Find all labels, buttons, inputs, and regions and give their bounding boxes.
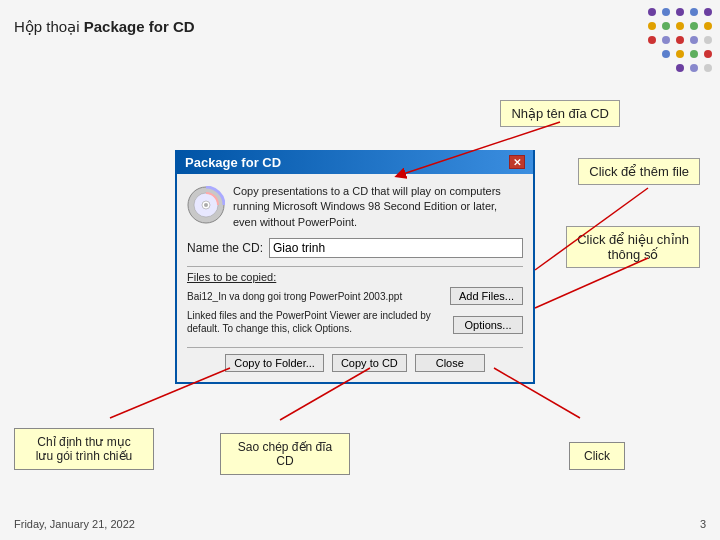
tooltip-add-file: Click để thêm file (578, 158, 700, 185)
dialog-top-section: Copy presentations to a CD that will pla… (187, 184, 523, 230)
package-for-cd-dialog: Package for CD ✕ Copy presentations to a… (175, 150, 535, 384)
svg-point-0 (648, 8, 656, 16)
title-plain: Hộp thoại (14, 18, 84, 35)
svg-point-10 (648, 36, 656, 44)
svg-point-13 (690, 36, 698, 44)
linked-files-row: Linked files and the PowerPoint Viewer a… (187, 309, 523, 341)
add-files-button[interactable]: Add Files... (450, 287, 523, 305)
svg-point-1 (662, 8, 670, 16)
footer-page: 3 (700, 518, 706, 530)
options-button[interactable]: Options... (453, 316, 523, 334)
svg-point-3 (690, 8, 698, 16)
bottom-label-folder: Chỉ định thư mụclưu gói trình chiếu (14, 428, 154, 470)
copy-to-folder-button[interactable]: Copy to Folder... (225, 354, 324, 372)
svg-point-18 (704, 50, 712, 58)
file-row: Bai12_In va dong goi trong PowerPoint 20… (187, 287, 523, 305)
dialog-titlebar: Package for CD ✕ (177, 150, 533, 174)
dialog-bottom-row: Copy to Folder... Copy to CD Close (187, 347, 523, 372)
linked-files-text: Linked files and the PowerPoint Viewer a… (187, 309, 447, 335)
svg-point-7 (676, 22, 684, 30)
svg-point-20 (690, 64, 698, 72)
page-title: Hộp thoại Package for CD (14, 18, 195, 36)
files-label: Files to be copied: (187, 271, 523, 283)
svg-point-8 (690, 22, 698, 30)
cd-icon (187, 186, 225, 224)
title-bold: Package for CD (84, 18, 195, 35)
bottom-label-copy-cd: Sao chép đến đĩaCD (220, 433, 350, 475)
svg-point-15 (662, 50, 670, 58)
cd-name-label: Name the CD: (187, 241, 263, 255)
svg-point-11 (662, 36, 670, 44)
footer-date: Friday, January 21, 2022 (14, 518, 135, 530)
dialog-body: Copy presentations to a CD that will pla… (177, 174, 533, 382)
svg-point-14 (704, 36, 712, 44)
svg-point-2 (676, 8, 684, 16)
file-name: Bai12_In va dong goi trong PowerPoint 20… (187, 291, 450, 302)
svg-point-12 (676, 36, 684, 44)
svg-point-17 (690, 50, 698, 58)
copy-to-cd-button[interactable]: Copy to CD (332, 354, 407, 372)
decorative-dots (640, 0, 720, 80)
close-button[interactable]: Close (415, 354, 485, 372)
dialog-title: Package for CD (185, 155, 281, 170)
svg-point-21 (704, 64, 712, 72)
footer: Friday, January 21, 2022 3 (14, 518, 706, 530)
bottom-label-click: Click (569, 442, 625, 470)
svg-point-16 (676, 50, 684, 58)
dialog-name-row: Name the CD: (187, 238, 523, 258)
cd-name-input[interactable] (269, 238, 523, 258)
svg-point-5 (648, 22, 656, 30)
svg-point-4 (704, 8, 712, 16)
svg-point-9 (704, 22, 712, 30)
svg-point-19 (676, 64, 684, 72)
divider-1 (187, 266, 523, 267)
svg-point-25 (204, 203, 208, 207)
tooltip-options: Click để hiệu chỉnhthông số (566, 226, 700, 268)
dialog-description: Copy presentations to a CD that will pla… (233, 184, 523, 230)
dialog-close-button[interactable]: ✕ (509, 155, 525, 169)
tooltip-cd-name: Nhập tên đĩa CD (500, 100, 620, 127)
svg-point-6 (662, 22, 670, 30)
